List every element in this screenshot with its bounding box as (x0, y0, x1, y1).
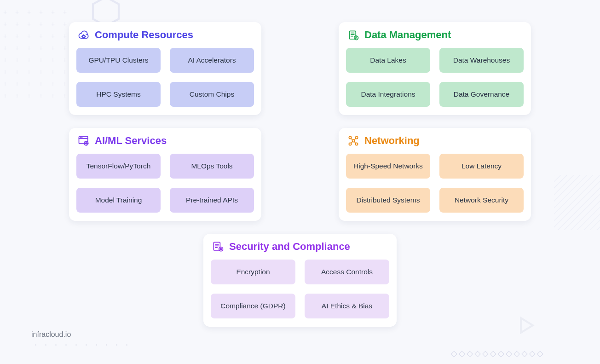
tiles-grid: GPU/TPU Clusters AI Accelerators HPC Sys… (76, 48, 254, 107)
svg-point-16 (219, 247, 223, 251)
tiles-grid: Encryption Access Controls Compliance (G… (211, 260, 389, 318)
tile-data-warehouses: Data Warehouses (439, 48, 524, 73)
row-1: Compute Resources GPU/TPU Clusters AI Ac… (69, 22, 531, 115)
database-icon (347, 29, 360, 41)
tile-data-governance: Data Governance (439, 82, 524, 107)
card-title: Networking (364, 135, 420, 147)
shield-doc-icon (212, 240, 225, 253)
tile-access-controls: Access Controls (305, 260, 389, 284)
card-header: Data Management (346, 29, 524, 41)
decoration-wave: ◇◇◇◇◇◇◇◇◇◇◇◇ (451, 348, 545, 358)
tile-distributed: Distributed Systems (346, 188, 430, 213)
tile-pretrained-apis: Pre-trained APIs (170, 188, 254, 213)
browser-gear-icon (77, 134, 90, 147)
tile-gpu-tpu: GPU/TPU Clusters (76, 48, 161, 73)
tile-tensorflow: TensorFlow/PyTorch (76, 154, 161, 179)
card-title: AI/ML Services (95, 135, 167, 147)
tile-hpc: HPC Systems (76, 82, 161, 107)
card-aiml-services: AI/ML Services TensorFlow/PyTorch MLOps … (69, 128, 261, 221)
tile-mlops: MLOps Tools (170, 154, 254, 179)
svg-point-17 (220, 248, 222, 250)
card-header: Compute Resources (76, 29, 254, 41)
tile-encryption: Encryption (211, 260, 295, 284)
card-title: Data Management (364, 29, 451, 41)
tile-data-lakes: Data Lakes (346, 48, 430, 73)
card-title: Compute Resources (95, 29, 193, 41)
tiles-grid: Data Lakes Data Warehouses Data Integrat… (346, 48, 524, 107)
card-security-compliance: Security and Compliance Encryption Acces… (203, 234, 397, 327)
tile-compliance: Compliance (GDPR) (211, 294, 295, 318)
card-title: Security and Compliance (229, 241, 350, 253)
tiles-grid: TensorFlow/PyTorch MLOps Tools Model Tra… (76, 154, 254, 213)
row-2: AI/ML Services TensorFlow/PyTorch MLOps … (69, 128, 531, 221)
watermark: infracloud.io (31, 330, 71, 339)
tile-model-training: Model Training (76, 188, 161, 213)
tile-ai-accelerators: AI Accelerators (170, 48, 254, 73)
card-networking: Networking High-Speed Networks Low Laten… (339, 128, 531, 221)
card-compute-resources: Compute Resources GPU/TPU Clusters AI Ac… (69, 22, 261, 115)
network-icon (347, 134, 360, 147)
card-header: Security and Compliance (211, 240, 389, 253)
tiles-grid: High-Speed Networks Low Latency Distribu… (346, 154, 524, 213)
card-header: AI/ML Services (76, 134, 254, 147)
tile-low-latency: Low Latency (439, 154, 524, 179)
row-3: Security and Compliance Encryption Acces… (69, 234, 531, 327)
tile-data-integrations: Data Integrations (346, 82, 430, 107)
cloud-gear-icon (77, 29, 90, 41)
tile-network-security: Network Security (439, 188, 524, 213)
tile-custom-chips: Custom Chips (170, 82, 254, 107)
tile-ai-ethics: AI Ethics & Bias (305, 294, 389, 318)
diagram-container: Compute Resources GPU/TPU Clusters AI Ac… (0, 0, 600, 345)
card-header: Networking (346, 134, 524, 147)
card-data-management: Data Management Data Lakes Data Warehous… (339, 22, 531, 115)
tile-high-speed: High-Speed Networks (346, 154, 430, 179)
